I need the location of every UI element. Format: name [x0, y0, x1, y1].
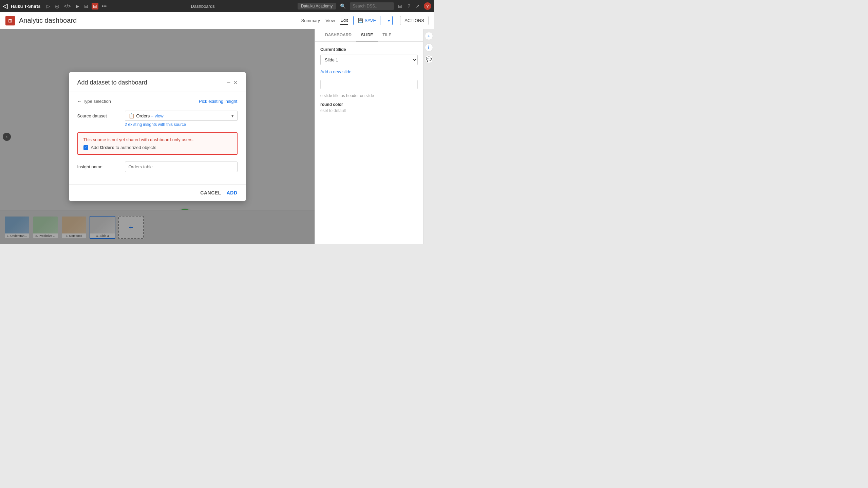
save-button[interactable]: 💾 SAVE — [353, 16, 380, 25]
topbar-right: Dataiku Academy 🔍 ⊞ ? ↗ V — [298, 2, 431, 10]
modal-title: Add dataset to dashboard — [77, 79, 147, 86]
modal-nav: ← Type selection Pick existing insight — [77, 99, 238, 104]
nav-icon-settings[interactable]: ◎ — [54, 3, 60, 10]
checkbox-label-suffix: to authorized objects — [114, 145, 156, 150]
nav-icon-dashboard[interactable]: ⊞ — [92, 3, 98, 10]
nav-icon-more[interactable]: ••• — [100, 3, 108, 10]
dataset-value: Orders – view — [136, 113, 229, 118]
source-dataset-label: Source dataset — [77, 111, 125, 118]
modal-header: Add dataset to dashboard – ✕ — [69, 72, 246, 92]
slide-title-as-header-text: e slide title as header on slide — [320, 93, 418, 98]
warning-box: This source is not yet shared with dashb… — [77, 132, 238, 155]
app-logo: ◁ — [3, 2, 7, 10]
content-area: ‹ + Add dataset to dashboard – ✕ ← — [0, 29, 315, 244]
current-slide-label: Current Slide — [320, 47, 418, 52]
search-icon[interactable]: 🔍 — [339, 3, 347, 10]
save-dropdown-button[interactable]: ▾ — [386, 16, 393, 25]
reset-to-default-text: eset to default — [320, 108, 418, 113]
nav-icon-code[interactable]: </> — [62, 3, 72, 10]
search-input[interactable] — [350, 2, 394, 10]
insight-name-label: Insight name — [77, 162, 125, 169]
authorize-checkbox-row: ✓ Add Orders to authorized objects — [83, 145, 231, 150]
page-title: Analytic dashboard — [19, 17, 301, 24]
edge-panel: + ℹ 💬 — [423, 29, 434, 244]
warning-text: This source is not yet shared with dashb… — [83, 137, 231, 142]
insight-name-input-area — [125, 162, 238, 172]
close-icon[interactable]: ✕ — [233, 79, 238, 86]
add-button[interactable]: ADD — [227, 190, 238, 195]
modal-body: ← Type selection Pick existing insight S… — [69, 92, 246, 184]
info-icon[interactable]: ℹ — [425, 43, 433, 52]
nav-icon-deploy[interactable]: ⊟ — [83, 3, 90, 10]
topbar: ◁ Haiku T-Shirts ▷ ◎ </> ▶ ⊟ ⊞ ••• Dashb… — [0, 0, 434, 12]
slide-search-input[interactable] — [320, 80, 418, 89]
dataset-suffix: – view — [151, 113, 164, 118]
modal-controls: – ✕ — [227, 79, 238, 86]
add-dataset-modal: Add dataset to dashboard – ✕ ← Type sele… — [69, 72, 246, 201]
cancel-button[interactable]: CANCEL — [200, 190, 221, 195]
dataset-icon: 📋 — [129, 113, 134, 118]
help-icon[interactable]: ? — [406, 3, 412, 10]
chat-icon[interactable]: 💬 — [425, 55, 433, 63]
tab-tile[interactable]: TILE — [378, 29, 396, 41]
nav-summary[interactable]: Summary — [301, 17, 320, 24]
actions-button[interactable]: ACTIONS — [400, 16, 429, 25]
project-name[interactable]: Haiku T-Shirts — [11, 4, 40, 9]
add-new-slide-link[interactable]: Add a new slide — [320, 69, 418, 74]
tab-slide[interactable]: SLIDE — [356, 29, 378, 41]
authorize-checkbox[interactable]: ✓ — [83, 145, 88, 150]
nav-edit[interactable]: Edit — [340, 16, 348, 25]
dataset-name: Orders — [136, 113, 150, 118]
academy-button[interactable]: Dataiku Academy — [298, 3, 336, 10]
page-header: ⊞ Analytic dashboard Summary View Edit 💾… — [0, 12, 434, 29]
user-avatar[interactable]: V — [424, 2, 431, 10]
main-layout: ‹ + Add dataset to dashboard – ✕ ← — [0, 29, 434, 244]
modal-footer: CANCEL ADD — [69, 184, 246, 201]
dataset-selector[interactable]: 📋 Orders – view ▾ — [125, 111, 238, 121]
tab-dashboard[interactable]: DASHBOARD — [320, 29, 356, 41]
checkbox-label-prefix: Add — [91, 145, 100, 150]
panel-content: Current Slide Slide 1 Add a new slide e … — [315, 42, 423, 244]
existing-insights-link[interactable]: 2 existing insights with this source — [125, 122, 238, 127]
grid-icon[interactable]: ⊞ — [397, 3, 403, 10]
dropdown-arrow-icon: ▾ — [231, 113, 234, 118]
insight-name-row: Insight name — [77, 162, 238, 172]
dashboard-icon: ⊞ — [5, 16, 15, 25]
notifications-icon[interactable]: ↗ — [414, 3, 421, 10]
minimize-icon[interactable]: – — [227, 79, 230, 86]
panel-tabs: DASHBOARD SLIDE TILE — [315, 29, 423, 42]
save-label: SAVE — [364, 18, 376, 23]
checkbox-bold-text: Orders — [100, 145, 114, 150]
breadcrumb-dashboards: Dashboards — [191, 4, 215, 9]
back-to-type-selection[interactable]: ← Type selection — [77, 99, 111, 104]
nav-icon-run[interactable]: ▶ — [74, 3, 81, 10]
background-color-label: round color — [320, 102, 418, 107]
add-tile-icon[interactable]: + — [425, 32, 433, 40]
nav-view[interactable]: View — [325, 17, 335, 24]
insight-name-input[interactable] — [125, 162, 238, 172]
source-dataset-row: Source dataset 📋 Orders – view ▾ 2 exist — [77, 111, 238, 127]
checkbox-label: Add Orders to authorized objects — [91, 145, 156, 150]
save-icon: 💾 — [358, 18, 363, 23]
nav-icon-arrow[interactable]: ▷ — [45, 3, 52, 10]
pick-existing-insight-link[interactable]: Pick existing insight — [199, 99, 237, 104]
slide-selector[interactable]: Slide 1 — [320, 55, 418, 65]
modal-overlay: Add dataset to dashboard – ✕ ← Type sele… — [0, 29, 315, 244]
right-panel: DASHBOARD SLIDE TILE Current Slide Slide… — [315, 29, 423, 244]
source-dataset-input-area: 📋 Orders – view ▾ 2 existing insights wi… — [125, 111, 238, 127]
header-nav: Summary View Edit 💾 SAVE ▾ ACTIONS — [301, 16, 429, 25]
